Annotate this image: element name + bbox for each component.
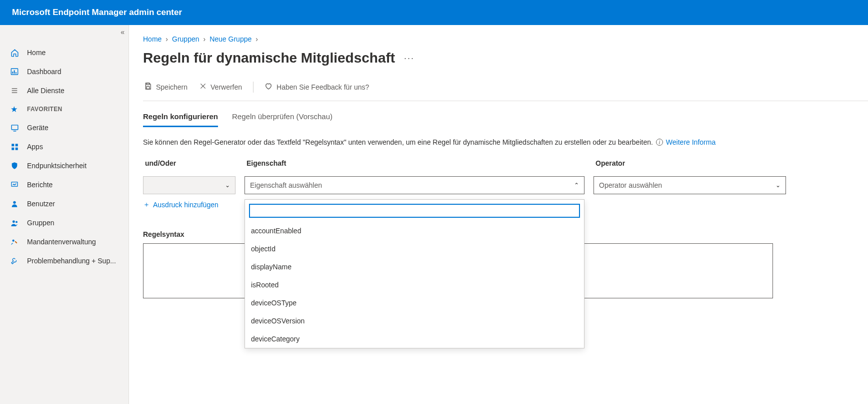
sidebar-item-devices[interactable]: Geräte bbox=[0, 118, 128, 137]
operator-placeholder: Operator auswählen bbox=[599, 181, 662, 189]
toolbar: Speichern Verwerfen Haben Sie Feedback f… bbox=[143, 80, 868, 101]
sidebar-favorites-header: ★ FAVORITEN bbox=[0, 100, 128, 118]
col-header-property: Eigenschaft bbox=[244, 159, 584, 167]
main-content: Home › Gruppen › Neue Gruppe › Regeln fü… bbox=[129, 25, 868, 404]
dropdown-option[interactable]: deviceOSVersion bbox=[245, 312, 584, 330]
dropdown-option[interactable]: deviceCategory bbox=[245, 330, 584, 348]
sidebar-item-groups[interactable]: Gruppen bbox=[0, 213, 128, 232]
sidebar-item-reports[interactable]: Berichte bbox=[0, 175, 128, 194]
rule-table: und/Oder ⌄ ＋ Ausdruck hinzufügen Regelsy… bbox=[143, 159, 868, 298]
sidebar-item-label: Benutzer bbox=[27, 200, 55, 208]
sidebar-item-label: Mandantenverwaltung bbox=[27, 238, 96, 246]
svg-rect-2 bbox=[14, 70, 15, 74]
page-title: Regeln für dynamische Mitgliedschaft bbox=[143, 50, 395, 66]
sidebar-item-all-services[interactable]: Alle Dienste bbox=[0, 81, 128, 100]
chevron-up-icon: ⌃ bbox=[574, 182, 579, 189]
breadcrumb-new-group[interactable]: Neue Gruppe bbox=[210, 35, 252, 43]
property-search-input[interactable] bbox=[249, 204, 580, 218]
dropdown-option[interactable]: deviceOSType bbox=[245, 294, 584, 312]
discard-button[interactable]: Verwerfen bbox=[198, 81, 243, 93]
property-select[interactable]: Eigenschaft auswählen ⌃ bbox=[244, 176, 584, 194]
chevron-right-icon: › bbox=[166, 35, 168, 43]
top-bar: Microsoft Endpoint Manager admin center bbox=[0, 0, 868, 25]
svg-rect-10 bbox=[15, 144, 18, 146]
list-icon bbox=[9, 87, 20, 95]
breadcrumb-groups[interactable]: Gruppen bbox=[172, 35, 199, 43]
tab-validate-rules[interactable]: Regeln überprüfen (Vorschau) bbox=[232, 112, 332, 127]
col-header-andor: und/Oder bbox=[143, 159, 236, 167]
chevron-down-icon: ⌄ bbox=[225, 182, 230, 189]
svg-rect-11 bbox=[12, 147, 14, 150]
heart-icon bbox=[264, 82, 272, 92]
svg-point-15 bbox=[12, 220, 14, 223]
sidebar-item-label: Berichte bbox=[27, 181, 52, 189]
sidebar-item-label: Dashboard bbox=[27, 68, 62, 76]
sidebar-item-apps[interactable]: Apps bbox=[0, 137, 128, 156]
tenant-icon bbox=[9, 238, 20, 246]
sidebar-header-label: FAVORITEN bbox=[27, 106, 62, 113]
save-button[interactable]: Speichern bbox=[143, 80, 188, 94]
sidebar-item-label: Alle Dienste bbox=[27, 87, 64, 95]
andor-select[interactable]: ⌄ bbox=[143, 176, 236, 194]
sidebar-item-label: Problembehandlung + Sup... bbox=[27, 257, 116, 265]
property-dropdown: accountEnabled objectId displayName isRo… bbox=[244, 199, 584, 348]
star-icon: ★ bbox=[9, 105, 20, 113]
dropdown-option[interactable]: accountEnabled bbox=[245, 222, 584, 240]
property-placeholder: Eigenschaft auswählen bbox=[250, 181, 322, 189]
toolbar-label: Speichern bbox=[156, 83, 188, 91]
home-icon bbox=[9, 49, 20, 57]
svg-point-14 bbox=[13, 201, 16, 204]
svg-rect-19 bbox=[146, 87, 149, 89]
svg-rect-13 bbox=[12, 182, 18, 187]
add-expression-button[interactable]: ＋ Ausdruck hinzufügen bbox=[143, 200, 236, 209]
devices-icon bbox=[9, 124, 20, 132]
svg-rect-1 bbox=[12, 72, 13, 74]
toolbar-label: Haben Sie Feedback für uns? bbox=[276, 83, 369, 91]
sidebar-item-home[interactable]: Home bbox=[0, 43, 128, 62]
group-icon bbox=[9, 219, 20, 227]
operator-select[interactable]: Operator auswählen ⌄ bbox=[594, 176, 786, 194]
sidebar: « Home Dashboard Alle Dienste bbox=[0, 25, 129, 404]
svg-rect-12 bbox=[15, 147, 18, 150]
chevron-right-icon: › bbox=[204, 35, 206, 43]
save-icon bbox=[144, 82, 152, 92]
plus-icon: ＋ bbox=[143, 200, 150, 209]
dropdown-option[interactable]: displayName bbox=[245, 258, 584, 276]
sidebar-item-endpoint-security[interactable]: Endpunktsicherheit bbox=[0, 156, 128, 175]
sidebar-item-label: Gruppen bbox=[27, 219, 54, 227]
more-icon[interactable]: ··· bbox=[404, 53, 414, 64]
svg-rect-7 bbox=[12, 125, 18, 129]
sidebar-item-troubleshoot[interactable]: Problembehandlung + Sup... bbox=[0, 251, 128, 270]
collapse-sidebar-icon[interactable]: « bbox=[120, 28, 124, 36]
sidebar-item-label: Apps bbox=[27, 143, 43, 151]
app-title: Microsoft Endpoint Manager admin center bbox=[12, 8, 182, 18]
tabs: Regeln konfigurieren Regeln überprüfen (… bbox=[143, 112, 868, 127]
reports-icon bbox=[9, 181, 20, 189]
dropdown-option[interactable]: isRooted bbox=[245, 276, 584, 294]
feedback-button[interactable]: Haben Sie Feedback für uns? bbox=[264, 80, 370, 94]
dashboard-icon bbox=[9, 68, 20, 76]
rule-syntax-label: Regelsyntax bbox=[143, 230, 236, 238]
more-info-link[interactable]: Weitere Informa bbox=[666, 138, 716, 146]
hint-text-row: Sie können den Regel-Generator oder das … bbox=[143, 138, 868, 146]
chevron-right-icon: › bbox=[256, 35, 258, 43]
sidebar-item-dashboard[interactable]: Dashboard bbox=[0, 62, 128, 81]
sidebar-item-label: Home bbox=[27, 49, 46, 57]
sidebar-item-users[interactable]: Benutzer bbox=[0, 194, 128, 213]
tab-configure-rules[interactable]: Regeln konfigurieren bbox=[143, 112, 218, 127]
toolbar-label: Verwerfen bbox=[210, 83, 242, 91]
sidebar-item-tenant-admin[interactable]: Mandantenverwaltung bbox=[0, 232, 128, 251]
add-expression-label: Ausdruck hinzufügen bbox=[153, 201, 218, 209]
sidebar-item-label: Geräte bbox=[27, 124, 48, 132]
apps-icon bbox=[9, 143, 20, 151]
svg-rect-3 bbox=[16, 72, 16, 74]
chevron-down-icon: ⌄ bbox=[776, 182, 780, 189]
info-icon[interactable]: i bbox=[656, 139, 663, 146]
hint-text: Sie können den Regel-Generator oder das … bbox=[143, 138, 653, 146]
svg-point-17 bbox=[12, 239, 14, 241]
breadcrumb-home[interactable]: Home bbox=[143, 35, 162, 43]
col-header-operator: Operator bbox=[594, 159, 786, 167]
svg-point-16 bbox=[16, 221, 18, 223]
dropdown-option[interactable]: objectId bbox=[245, 240, 584, 258]
close-icon bbox=[200, 83, 206, 91]
